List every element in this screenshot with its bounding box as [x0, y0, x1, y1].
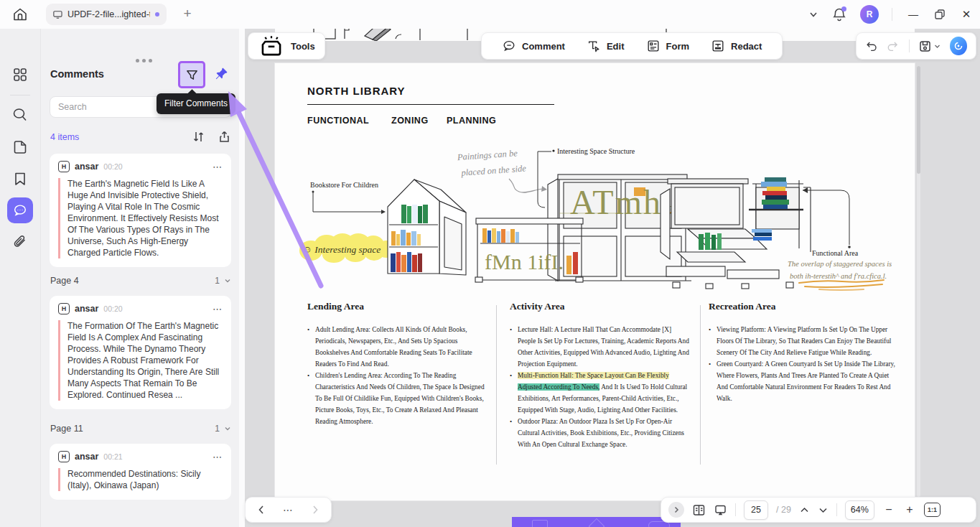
chevron-down-icon[interactable] — [808, 6, 818, 22]
monitor-icon — [53, 10, 62, 19]
yellow-highlighted-text[interactable]: Multi-Function Hall: The Space Layout Ca… — [518, 372, 669, 379]
page-group-header[interactable]: Page 4 1 — [50, 276, 231, 286]
comment-card[interactable]: H ansar 00:20 ⋯ The Formation Of The Ear… — [50, 296, 231, 409]
comment-time: 00:20 — [103, 162, 122, 171]
expand-status-chevron-icon[interactable] — [668, 502, 684, 518]
panel-drag-handle[interactable] — [136, 59, 139, 62]
thumbnails-grid-icon[interactable] — [11, 66, 29, 83]
window-maximize-button[interactable] — [934, 6, 946, 22]
left-icon-rail — [0, 29, 40, 527]
redact-mode-icon — [711, 39, 725, 53]
history-nav-pill: ⋯ — [245, 497, 332, 523]
functional-area-label: Functional Area — [812, 249, 859, 257]
edit-mode-button[interactable]: Edit — [579, 32, 632, 60]
updf-window: UPDF-2-file...ighted-text + R — ✕ — [0, 0, 980, 527]
ocr-artifact-text: ATmhi — [570, 183, 673, 221]
forward-chevron-icon[interactable] — [309, 504, 321, 516]
two-page-view-icon[interactable] — [692, 503, 706, 517]
lending-area-column: Lending Area Adult Lending Area: Collect… — [307, 301, 488, 427]
titlebar: UPDF-2-file...ighted-text + R — ✕ — [0, 0, 980, 29]
home-icon[interactable] — [11, 6, 29, 23]
notifications-bell-icon[interactable] — [831, 6, 847, 22]
search-icon[interactable] — [11, 106, 29, 123]
document-tab[interactable]: UPDF-2-file...ighted-text — [46, 4, 167, 25]
zoom-out-button[interactable]: − — [882, 503, 895, 516]
actual-size-button[interactable]: 1:1 — [924, 503, 941, 517]
doc-title: NORTH LIBRARY — [307, 85, 406, 97]
export-comments-icon[interactable] — [218, 130, 231, 144]
collapse-chevron-icon[interactable] — [224, 425, 231, 432]
pin-panel-icon[interactable] — [213, 66, 229, 82]
highlight-type-icon: H — [58, 451, 70, 462]
comment-author: ansar — [75, 452, 98, 462]
paintings-note: Paintings can be placed on the side — [456, 148, 526, 179]
comment-menu-button[interactable]: ⋯ — [213, 304, 223, 314]
redo-icon[interactable] — [887, 39, 899, 53]
collapse-chevron-icon[interactable] — [224, 277, 231, 284]
comments-panel-icon[interactable] — [7, 197, 33, 223]
page-group-count: 1 — [215, 276, 220, 286]
promo-banner-edge[interactable] — [512, 517, 681, 527]
svg-text:The overlap of staggered space: The overlap of staggered spaces is — [788, 260, 892, 268]
doc-subtitle-word: PLANNING — [447, 116, 496, 126]
sort-comments-icon[interactable] — [192, 130, 205, 144]
comment-mode-label: Comment — [522, 41, 565, 52]
comment-menu-button[interactable]: ⋯ — [213, 452, 223, 462]
edit-mode-icon — [587, 39, 601, 53]
back-chevron-icon[interactable] — [256, 504, 267, 516]
avatar[interactable]: R — [860, 5, 879, 24]
save-button-group[interactable] — [918, 39, 941, 53]
save-icon[interactable] — [918, 39, 932, 53]
comment-time: 00:21 — [103, 452, 122, 461]
pdf-page[interactable]: NORTH LIBRARY FUNCTIONAL ZONING PLANNING… — [275, 63, 915, 500]
highlight-type-icon: H — [58, 303, 70, 314]
comment-mode-button[interactable]: Comment — [495, 32, 572, 60]
panel-title: Comments — [50, 68, 104, 80]
presentation-mode-icon[interactable] — [714, 503, 727, 517]
page-number-input[interactable]: 25 — [744, 500, 768, 520]
previous-page-chevron-icon[interactable] — [799, 503, 810, 517]
comment-card[interactable]: H ansar 00:21 ⋯ Recommended Destinations… — [50, 444, 231, 500]
tools-button[interactable]: Tools — [248, 32, 325, 60]
column-divider — [496, 305, 497, 465]
redact-mode-button[interactable]: Redact — [704, 32, 769, 60]
doc-bullet: Green Courtyard: A Green Courtyard Is Se… — [709, 358, 897, 404]
column-heading: Activity Area — [510, 301, 691, 312]
teal-selected-highlight-text[interactable]: Adjusted According To Needs, — [518, 383, 599, 391]
comment-author: ansar — [75, 162, 98, 172]
divider — [735, 503, 736, 516]
updf-ai-button[interactable] — [950, 37, 967, 55]
page-group-header[interactable]: Page 11 1 — [50, 424, 231, 434]
tab-title: UPDF-2-file...ighted-text — [67, 9, 150, 19]
nav-more-button[interactable]: ⋯ — [283, 504, 294, 516]
next-page-chevron-icon[interactable] — [818, 503, 829, 517]
doc-bullet: Viewing Platform: A Viewing Platform Is … — [709, 324, 897, 358]
window-close-button[interactable]: ✕ — [958, 6, 974, 22]
undo-icon[interactable] — [865, 39, 877, 53]
highlight-type-icon: H — [58, 161, 70, 172]
title-underline — [307, 104, 554, 105]
doc-bullet-highlighted[interactable]: Multi-Function Hall: The Space Layout Ca… — [510, 370, 691, 416]
divider — [836, 503, 837, 516]
window-minimize-button[interactable]: — — [905, 6, 921, 22]
bookmark-icon[interactable] — [11, 170, 29, 187]
attachments-paperclip-icon[interactable] — [11, 233, 29, 251]
tools-label: Tools — [291, 41, 315, 52]
vertical-scrollbar-thumb[interactable] — [917, 66, 920, 174]
zoom-in-button[interactable]: + — [903, 503, 916, 516]
svg-text:placed on the side: placed on the side — [460, 163, 527, 177]
save-dropdown-chevron-icon[interactable] — [934, 43, 941, 50]
form-mode-label: Form — [666, 41, 690, 52]
new-tab-button[interactable]: + — [178, 4, 197, 23]
column-heading: Recreation Area — [709, 301, 897, 312]
history-save-toolbar — [856, 32, 976, 60]
items-count: 4 items — [50, 132, 79, 142]
filter-comments-button[interactable] — [178, 61, 205, 88]
form-mode-button[interactable]: Form — [639, 32, 697, 60]
zoom-level-input[interactable]: 64% — [845, 500, 874, 520]
bookstore-label: Bookstore For Children — [310, 181, 378, 189]
comment-card[interactable]: H ansar 00:20 ⋯ The Earth's Magnetic Fie… — [50, 154, 231, 267]
comment-menu-button[interactable]: ⋯ — [213, 162, 223, 172]
page-thumbnail-icon[interactable] — [11, 139, 29, 156]
doc-bullet: Lecture Hall: A Lecture Hall That Can Ac… — [510, 324, 691, 370]
